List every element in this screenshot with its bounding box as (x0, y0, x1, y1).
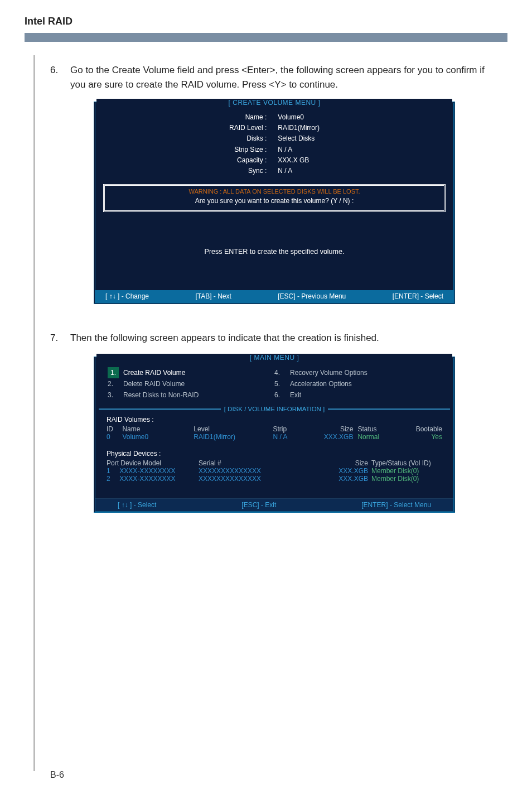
menu-option-1-label: Create RAID Volume (123, 367, 274, 378)
content-area: 6. Go to the Create Volume field and pre… (0, 42, 532, 513)
value-strip-size: N / A (278, 145, 320, 155)
warning-dialog: WARNING : ALL DATA ON SELECTED DISKS WIL… (103, 184, 446, 212)
disk-volume-info-divider: [ DISK / VOLUME INFORMATION ] (99, 406, 450, 412)
pd1-serial: XXXXXXXXXXXXXX (199, 467, 296, 475)
menu-option-3[interactable]: 3. Reset Disks to Non-RAID (108, 389, 274, 401)
rv-name: Volume0 (122, 433, 194, 441)
create-volume-params: Name : RAID Level : Disks : Strip Size :… (96, 112, 452, 182)
label-raid-level: RAID Level : (229, 123, 267, 133)
cvm-labels: Name : RAID Level : Disks : Strip Size :… (229, 112, 267, 176)
hdr-size: Size (310, 425, 358, 433)
step-7-number: 7. (50, 331, 60, 345)
hdr-typestatus: Type/Status (Vol ID) (371, 459, 442, 467)
pd1-port: 1 XXXX-XXXXXXXX (107, 467, 199, 475)
menu-option-5[interactable]: 5. Acceleration Options (274, 378, 441, 389)
step-7: 7. Then the following screen appears to … (50, 331, 499, 345)
menu-option-3-label: Reset Disks to Non-RAID (123, 389, 274, 401)
step-6: 6. Go to the Create Volume field and pre… (50, 63, 499, 92)
menu-option-1[interactable]: 1. Create RAID Volume (108, 367, 274, 378)
raid-volume-row-0[interactable]: 0 Volume0 RAID1(Mirror) N / A XXX.XGB No… (107, 433, 442, 441)
hdr-status: Status (357, 425, 400, 433)
rv-size: XXX.XGB (310, 433, 358, 441)
step-7-text: Then the following screen appears to ind… (70, 331, 379, 345)
hdr-strip: Strip (273, 425, 309, 433)
create-volume-menu-panel: [ CREATE VOLUME MENU ] Name : RAID Level… (94, 102, 455, 304)
page-header: Intel RAID (0, 0, 532, 33)
physical-devices-headers: Port Device Model Serial # Size Type/Sta… (107, 459, 442, 467)
create-volume-menu-title: [ CREATE VOLUME MENU ] (96, 99, 452, 107)
pd1-typestatus: Member Disk(0) (371, 467, 442, 475)
cvm-footer-bar: [ ↑↓ ] - Change [TAB] - Next [ESC] - Pre… (95, 290, 453, 302)
value-sync: N / A (278, 166, 320, 176)
cvm-values: Volume0 RAID1(Mirror) Select Disks N / A… (278, 112, 320, 176)
hdr-bootable: Bootable (400, 425, 442, 433)
divider-label: [ DISK / VOLUME INFORMATION ] (221, 406, 328, 412)
menu-option-5-label: Acceleration Options (290, 378, 441, 389)
menu-option-5-num: 5. (274, 378, 290, 389)
mm-hint-esc: [ESC] - Exit (241, 501, 276, 509)
menu-option-2-num: 2. (108, 378, 123, 389)
label-sync: Sync : (229, 166, 267, 176)
menu-option-6[interactable]: 6. Exit (274, 389, 441, 401)
step-6-text: Go to the Create Volume field and press … (70, 63, 499, 92)
label-name: Name : (229, 112, 267, 123)
header-divider (25, 33, 507, 42)
menu-option-3-num: 3. (108, 389, 123, 401)
raid-volumes-title: RAID Volumes : (107, 416, 442, 423)
pd2-port: 2 XXXX-XXXXXXXX (107, 475, 199, 483)
main-menu-footer-bar: [ ↑↓ ] - Select [ESC] - Exit [ENTER] - S… (95, 498, 453, 511)
physical-device-row-1[interactable]: 1 XXXX-XXXXXXXX XXXXXXXXXXXXXX XXX.XGB M… (107, 467, 442, 475)
value-raid-level: RAID1(Mirror) (278, 123, 320, 133)
pd2-size: XXX.XGB (324, 475, 371, 483)
menu-option-4[interactable]: 4. Recovery Volume Options (274, 367, 441, 378)
hint-enter: [ENTER] - Select (393, 292, 443, 300)
pd2-serial: XXXXXXXXXXXXXX (199, 475, 296, 483)
value-capacity: XXX.X GB (278, 155, 320, 166)
main-menu-options: 1. Create RAID Volume 2. Delete RAID Vol… (96, 367, 452, 405)
label-disks: Disks : (229, 133, 267, 144)
hdr-name: Name (122, 425, 194, 433)
hint-tab: [TAB] - Next (195, 292, 231, 300)
physical-device-row-2[interactable]: 2 XXXX-XXXXXXXX XXXXXXXXXXXXXX XXX.XGB M… (107, 475, 442, 483)
value-name: Volume0 (278, 112, 320, 123)
left-column-border (33, 55, 35, 771)
menu-option-2-label: Delete RAID Volume (123, 378, 274, 389)
menu-option-6-num: 6. (274, 389, 290, 401)
confirm-question[interactable]: Are you sure you want to create this vol… (110, 197, 438, 205)
press-enter-hint: Press ENTER to create the specified volu… (96, 214, 452, 290)
warning-text: WARNING : ALL DATA ON SELECTED DISKS WIL… (110, 188, 438, 195)
rv-status: Normal (357, 433, 400, 441)
disk-volume-info: RAID Volumes : ID Name Level Strip Size … (96, 415, 452, 498)
hdr-level: Level (194, 425, 273, 433)
hdr-serial: Serial # (199, 459, 296, 467)
step-6-number: 6. (50, 63, 60, 92)
menu-option-2[interactable]: 2. Delete RAID Volume (108, 378, 274, 389)
hint-change: [ ↑↓ ] - Change (105, 292, 149, 300)
hint-esc: [ESC] - Previous Menu (278, 292, 346, 300)
rv-id: 0 (107, 433, 122, 441)
page-number: B-6 (50, 770, 64, 780)
hdr-port-model: Port Device Model (107, 459, 199, 467)
menu-option-6-label: Exit (290, 389, 441, 401)
label-capacity: Capacity : (229, 155, 267, 166)
rv-strip: N / A (273, 433, 309, 441)
hdr-pd-size: Size (324, 459, 371, 467)
value-disks: Select Disks (278, 133, 320, 144)
pd1-size: XXX.XGB (324, 467, 371, 475)
hdr-id: ID (107, 425, 122, 433)
rv-bootable: Yes (400, 433, 442, 441)
label-strip-size: Strip Size : (229, 145, 267, 155)
main-menu-panel: [ MAIN MENU ] 1. Create RAID Volume 2. D… (94, 357, 455, 513)
mm-hint-select: [ ↑↓ ] - Select (118, 501, 156, 509)
menu-option-4-label: Recovery Volume Options (290, 367, 441, 378)
menu-option-1-num: 1. (108, 367, 119, 378)
raid-volumes-headers: ID Name Level Strip Size Status Bootable (107, 425, 442, 433)
pd2-typestatus: Member Disk(0) (371, 475, 442, 483)
mm-hint-enter: [ENTER] - Select Menu (361, 501, 431, 509)
main-menu-title: [ MAIN MENU ] (96, 354, 452, 362)
menu-option-4-num: 4. (274, 367, 290, 378)
rv-level: RAID1(Mirror) (194, 433, 273, 441)
physical-devices-title: Physical Devices : (107, 450, 442, 458)
